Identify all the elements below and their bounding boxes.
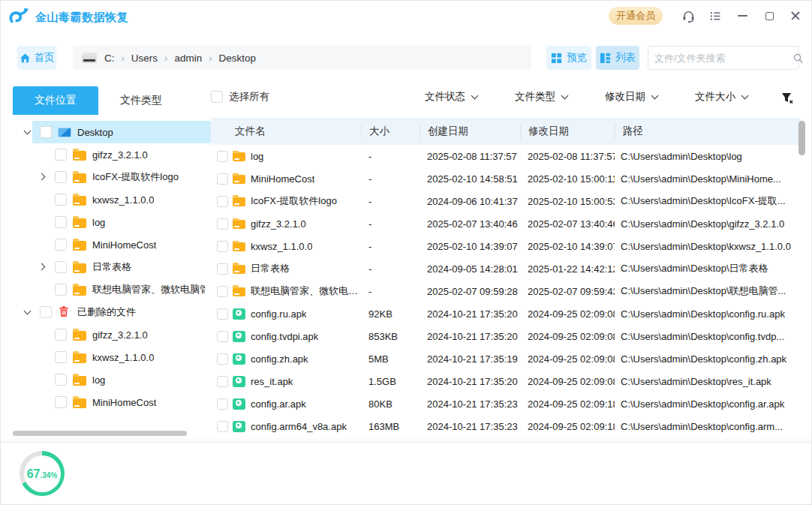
menu-list-icon[interactable] xyxy=(707,8,723,24)
tree-item-checkbox[interactable] xyxy=(40,126,52,138)
filter-file-type-dropdown[interactable]: 文件类型 xyxy=(515,90,569,104)
tree-item-checkbox[interactable] xyxy=(40,306,52,318)
grid-view-icon xyxy=(551,53,562,64)
breadcrumb-admin[interactable]: admin xyxy=(174,53,202,64)
filter-file-size-dropdown[interactable]: 文件大小 xyxy=(695,90,749,104)
tree-item-checkbox[interactable] xyxy=(55,261,67,273)
row-checkbox[interactable] xyxy=(217,398,228,410)
chevron-icon[interactable] xyxy=(22,126,34,138)
chevron-icon[interactable] xyxy=(37,216,49,228)
close-button[interactable] xyxy=(787,8,804,24)
tab-file-location[interactable]: 文件位置 xyxy=(13,86,98,115)
row-checkbox[interactable] xyxy=(217,308,228,320)
chevron-icon[interactable] xyxy=(37,239,49,251)
table-row[interactable]: IcoFX-提取软件logo - 2024-09-06 10:41:37 202… xyxy=(211,190,801,212)
table-row[interactable]: config.ar.apk 80KB 2024-10-21 17:35:23 2… xyxy=(211,392,801,415)
view-preview-button[interactable]: 预览 xyxy=(546,46,591,70)
chevron-icon[interactable] xyxy=(37,351,49,363)
filter-file-status-dropdown[interactable]: 文件状态 xyxy=(425,90,479,104)
file-modified-date: 2024-09-25 02:09:08 xyxy=(520,308,615,320)
table-row[interactable]: config.tvdpi.apk 853KB 2024-10-21 17:35:… xyxy=(211,325,801,347)
tree-item[interactable]: 联想电脑管家、微软电脑管家 xyxy=(13,278,211,301)
chevron-icon[interactable] xyxy=(37,396,49,408)
column-header-path[interactable]: 路径 xyxy=(615,124,801,139)
horizontal-scrollbar-thumb[interactable] xyxy=(13,431,187,436)
tree-item-checkbox[interactable] xyxy=(55,194,67,206)
tree-item[interactable]: log xyxy=(13,211,211,233)
column-header-modified[interactable]: 修改日期 xyxy=(520,124,615,139)
tree-item-checkbox[interactable] xyxy=(55,374,67,386)
search-icon[interactable] xyxy=(792,53,804,64)
column-header-name[interactable]: 文件名 xyxy=(211,124,361,139)
tree-item-checkbox[interactable] xyxy=(55,284,67,296)
tree-item-checkbox[interactable] xyxy=(55,149,67,161)
table-row[interactable]: config.arm64_v8a.apk 163MB 2024-10-21 17… xyxy=(211,415,801,437)
tree-item-checkbox[interactable] xyxy=(55,351,67,363)
column-header-size[interactable]: 大小 xyxy=(361,124,420,139)
table-row[interactable]: log - 2025-02-08 11:37:57 2025-02-08 11:… xyxy=(211,145,801,167)
tree-item[interactable]: 日常表格 xyxy=(13,256,211,278)
tree-item-checkbox[interactable] xyxy=(55,329,67,341)
row-checkbox[interactable] xyxy=(217,151,228,162)
row-checkbox[interactable] xyxy=(217,331,228,342)
breadcrumb-desktop[interactable]: Desktop xyxy=(219,53,257,64)
row-checkbox[interactable] xyxy=(217,353,228,365)
table-row[interactable]: kxwsz_1.1.0.0 - 2025-02-10 14:39:07 2025… xyxy=(211,235,801,257)
maximize-button[interactable] xyxy=(761,8,777,24)
chevron-icon[interactable] xyxy=(22,306,34,318)
filter-modified-date-dropdown[interactable]: 修改日期 xyxy=(605,90,659,104)
support-headset-icon[interactable] xyxy=(680,8,696,24)
tree-item[interactable]: kxwsz_1.1.0.0 xyxy=(13,188,211,211)
tree-item[interactable]: IcoFX-提取软件logo xyxy=(13,166,211,188)
tree-item[interactable]: MiniHomeCost xyxy=(13,233,211,256)
tree-item-checkbox[interactable] xyxy=(55,239,67,251)
tree-item[interactable]: log xyxy=(13,368,211,391)
table-row[interactable]: res_it.apk 1.5GB 2024-10-21 17:35:20 202… xyxy=(211,370,801,392)
tree-item[interactable]: 已删除的文件 xyxy=(13,301,211,323)
row-checkbox[interactable] xyxy=(217,376,228,387)
tree-item-checkbox[interactable] xyxy=(55,171,67,183)
select-all-checkbox[interactable] xyxy=(211,91,223,103)
tree-item[interactable]: MiniHomeCost xyxy=(13,391,211,413)
row-checkbox[interactable] xyxy=(217,286,228,297)
row-checkbox[interactable] xyxy=(217,218,228,230)
table-row[interactable]: config.ru.apk 92KB 2024-10-21 17:35:20 2… xyxy=(211,302,801,325)
chevron-icon[interactable] xyxy=(37,194,49,206)
chevron-icon[interactable] xyxy=(37,284,49,296)
table-row[interactable]: 联想电脑管家、微软电脑... - 2025-02-07 09:59:28 202… xyxy=(211,280,801,302)
minimize-button[interactable] xyxy=(734,8,750,24)
tree-item[interactable]: kxwsz_1.1.0.0 xyxy=(13,346,211,368)
chevron-icon[interactable] xyxy=(37,149,49,161)
filter-clear-icon[interactable] xyxy=(780,91,796,106)
search-input[interactable] xyxy=(648,53,792,64)
tree-item-checkbox[interactable] xyxy=(55,216,67,228)
vip-button[interactable]: 开通会员 xyxy=(609,7,663,25)
app-window: 金山毒霸数据恢复 开通会员 xyxy=(0,0,812,505)
file-modified-date: 2025-02-07 09:59:43 xyxy=(520,286,615,297)
row-checkbox[interactable] xyxy=(217,421,228,432)
chevron-icon[interactable] xyxy=(37,261,49,273)
tab-file-type[interactable]: 文件类型 xyxy=(98,86,184,115)
chevron-icon[interactable] xyxy=(37,374,49,386)
chevron-icon[interactable] xyxy=(37,329,49,341)
column-header-created[interactable]: 创建日期 xyxy=(420,124,520,139)
vertical-scrollbar-thumb[interactable] xyxy=(798,121,805,155)
home-button[interactable]: 首页 xyxy=(17,46,56,70)
row-checkbox[interactable] xyxy=(217,173,228,185)
tree-item[interactable]: gifzz_3.2.1.0 xyxy=(13,323,211,346)
row-checkbox[interactable] xyxy=(217,196,228,207)
chevron-icon[interactable] xyxy=(37,171,49,183)
select-all-control[interactable]: 选择所有 xyxy=(211,90,269,104)
row-checkbox[interactable] xyxy=(217,263,228,275)
table-row[interactable]: 日常表格 - 2024-09-05 14:28:01 2025-01-22 14… xyxy=(211,257,801,280)
view-list-button[interactable]: 列表 xyxy=(596,46,639,70)
table-row[interactable]: gifzz_3.2.1.0 - 2025-02-07 13:40:46 2025… xyxy=(211,212,801,235)
table-row[interactable]: MiniHomeCost - 2025-02-10 14:58:51 2025-… xyxy=(211,167,801,190)
breadcrumb-users[interactable]: Users xyxy=(131,53,158,64)
tree-item-checkbox[interactable] xyxy=(55,396,67,408)
table-row[interactable]: config.zh.apk 5MB 2024-10-21 17:35:19 20… xyxy=(211,347,801,370)
breadcrumb-drive[interactable]: C: xyxy=(104,53,115,64)
tree-item[interactable]: Desktop xyxy=(13,121,211,143)
tree-item[interactable]: gifzz_3.2.1.0 xyxy=(13,143,211,166)
row-checkbox[interactable] xyxy=(217,241,228,252)
